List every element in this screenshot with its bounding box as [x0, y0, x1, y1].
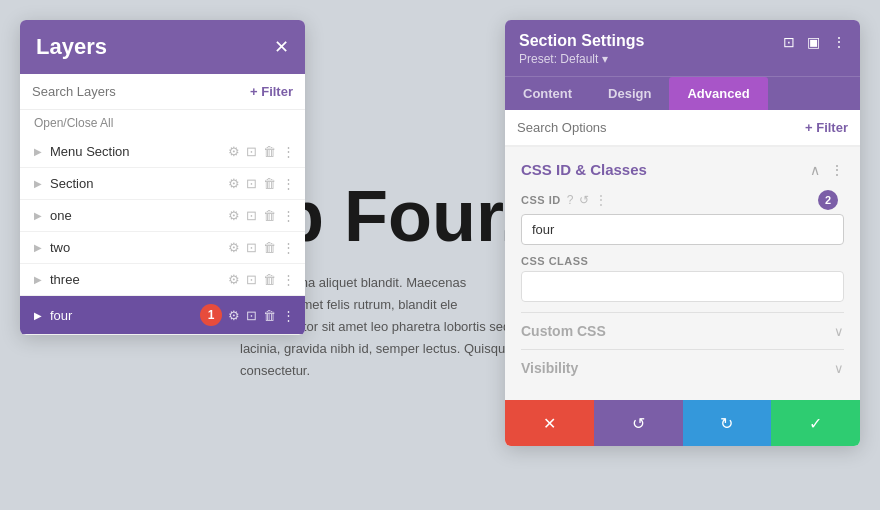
collapse-icon[interactable]: ∧	[810, 162, 820, 178]
settings-title: Section Settings	[519, 32, 644, 50]
layer-item-menu-section[interactable]: ▶ Menu Section ⚙ ⊡ 🗑 ⋮	[20, 136, 305, 168]
more-icon[interactable]: ⋮	[282, 240, 295, 255]
settings-icon[interactable]: ⚙	[228, 272, 240, 287]
more-icon[interactable]: ⋮	[595, 193, 607, 207]
layers-search-row: + Filter	[20, 74, 305, 110]
layers-search-input[interactable]	[32, 84, 242, 99]
help-icon[interactable]: ?	[567, 193, 574, 207]
settings-filter-button[interactable]: + Filter	[805, 120, 848, 135]
settings-icon[interactable]: ⚙	[228, 144, 240, 159]
layers-list: ▶ Menu Section ⚙ ⊡ 🗑 ⋮ ▶ Section ⚙ ⊡ 🗑 ⋮…	[20, 136, 305, 335]
settings-footer: ✕ ↺ ↻ ✓	[505, 400, 860, 446]
layers-filter-button[interactable]: + Filter	[250, 84, 293, 99]
duplicate-icon[interactable]: ⊡	[246, 272, 257, 287]
css-id-label: CSS ID	[521, 194, 561, 206]
chevron-right-icon: ▶	[34, 210, 44, 221]
settings-header: Section Settings Preset: Default ▾ ⊡ ▣ ⋮	[505, 20, 860, 76]
duplicate-icon[interactable]: ⊡	[246, 208, 257, 223]
layout-icon[interactable]: ▣	[807, 34, 820, 50]
visibility-section[interactable]: Visibility ∨	[521, 349, 844, 386]
trash-icon[interactable]: 🗑	[263, 308, 276, 323]
settings-icon[interactable]: ⚙	[228, 240, 240, 255]
tab-advanced[interactable]: Advanced	[669, 77, 767, 110]
more-icon[interactable]: ⋮	[282, 144, 295, 159]
layer-name: four	[50, 308, 200, 323]
trash-icon[interactable]: 🗑	[263, 208, 276, 223]
layers-header: Layers ✕	[20, 20, 305, 74]
settings-preset[interactable]: Preset: Default ▾	[519, 52, 644, 66]
settings-title-area: Section Settings Preset: Default ▾	[519, 32, 644, 66]
layer-item-section[interactable]: ▶ Section ⚙ ⊡ 🗑 ⋮	[20, 168, 305, 200]
css-class-label-row: CSS Class	[521, 255, 844, 267]
css-id-label-row: CSS ID ? ↺ ⋮ 2	[521, 190, 844, 210]
settings-icon[interactable]: ⚙	[228, 208, 240, 223]
css-class-input[interactable]	[521, 271, 844, 302]
section-more-icon[interactable]: ⋮	[830, 162, 844, 178]
more-icon[interactable]: ⋮	[282, 176, 295, 191]
chevron-right-icon: ▶	[34, 274, 44, 285]
settings-body: CSS ID & Classes ∧ ⋮ CSS ID ? ↺ ⋮ 2 CSS …	[505, 147, 860, 400]
settings-icon[interactable]: ⚙	[228, 308, 240, 323]
more-icon[interactable]: ⋮	[282, 208, 295, 223]
trash-icon[interactable]: 🗑	[263, 240, 276, 255]
settings-search-input[interactable]	[517, 120, 797, 135]
visibility-label: Visibility	[521, 360, 578, 376]
settings-search-row: + Filter	[505, 110, 860, 146]
layer-item-four[interactable]: ▶ four 1 ⚙ ⊡ 🗑 ⋮	[20, 296, 305, 335]
duplicate-icon[interactable]: ⊡	[246, 144, 257, 159]
redo-button[interactable]: ↻	[683, 400, 772, 446]
layer-badge-1: 1	[200, 304, 222, 326]
duplicate-icon[interactable]: ⊡	[246, 240, 257, 255]
more-icon[interactable]: ⋮	[282, 272, 295, 287]
trash-icon[interactable]: 🗑	[263, 272, 276, 287]
save-button[interactable]: ✓	[771, 400, 860, 446]
layer-actions: ⚙ ⊡ 🗑 ⋮	[228, 308, 295, 323]
layer-actions: ⚙ ⊡ 🗑 ⋮	[228, 176, 295, 191]
duplicate-icon[interactable]: ⊡	[246, 176, 257, 191]
layers-toggle-row[interactable]: Open/Close All	[20, 110, 305, 136]
chevron-down-icon: ∨	[834, 324, 844, 339]
tab-design[interactable]: Design	[590, 77, 669, 110]
chevron-right-icon: ▶	[34, 178, 44, 189]
layers-toggle-label: Open/Close All	[34, 116, 113, 130]
settings-header-icons: ⊡ ▣ ⋮	[783, 34, 846, 50]
css-section-header: CSS ID & Classes ∧ ⋮	[521, 161, 844, 178]
css-id-field: CSS ID ? ↺ ⋮ 2	[521, 190, 844, 245]
layer-name: one	[50, 208, 228, 223]
tab-content[interactable]: Content	[505, 77, 590, 110]
settings-tabs: Content Design Advanced	[505, 76, 860, 110]
resize-icon[interactable]: ⊡	[783, 34, 795, 50]
duplicate-icon[interactable]: ⊡	[246, 308, 257, 323]
settings-panel: Section Settings Preset: Default ▾ ⊡ ▣ ⋮…	[505, 20, 860, 446]
layer-item-two[interactable]: ▶ two ⚙ ⊡ 🗑 ⋮	[20, 232, 305, 264]
layer-item-one[interactable]: ▶ one ⚙ ⊡ 🗑 ⋮	[20, 200, 305, 232]
layer-name: Section	[50, 176, 228, 191]
chevron-right-icon: ▶	[34, 146, 44, 157]
trash-icon[interactable]: 🗑	[263, 144, 276, 159]
layer-actions: ⚙ ⊡ 🗑 ⋮	[228, 240, 295, 255]
layer-name: Menu Section	[50, 144, 228, 159]
more-icon[interactable]: ⋮	[282, 308, 295, 323]
custom-css-section[interactable]: Custom CSS ∨	[521, 312, 844, 349]
layer-item-three[interactable]: ▶ three ⚙ ⊡ 🗑 ⋮	[20, 264, 305, 296]
custom-css-label: Custom CSS	[521, 323, 606, 339]
chevron-right-icon: ▶	[34, 242, 44, 253]
settings-icon[interactable]: ⚙	[228, 176, 240, 191]
css-id-input[interactable]	[521, 214, 844, 245]
css-section-title: CSS ID & Classes	[521, 161, 647, 178]
layer-name: three	[50, 272, 228, 287]
layers-title: Layers	[36, 34, 107, 60]
css-class-field: CSS Class	[521, 255, 844, 302]
settings-search-area: + Filter	[505, 110, 860, 147]
cancel-button[interactable]: ✕	[505, 400, 594, 446]
reset-icon[interactable]: ↺	[579, 193, 589, 207]
layers-panel: Layers ✕ + Filter Open/Close All ▶ Menu …	[20, 20, 305, 335]
layer-actions: ⚙ ⊡ 🗑 ⋮	[228, 208, 295, 223]
css-class-label: CSS Class	[521, 255, 588, 267]
more-options-icon[interactable]: ⋮	[832, 34, 846, 50]
chevron-down-icon: ∨	[834, 361, 844, 376]
reset-button[interactable]: ↺	[594, 400, 683, 446]
layers-close-button[interactable]: ✕	[274, 38, 289, 56]
trash-icon[interactable]: 🗑	[263, 176, 276, 191]
section-header-actions: ∧ ⋮	[810, 162, 844, 178]
